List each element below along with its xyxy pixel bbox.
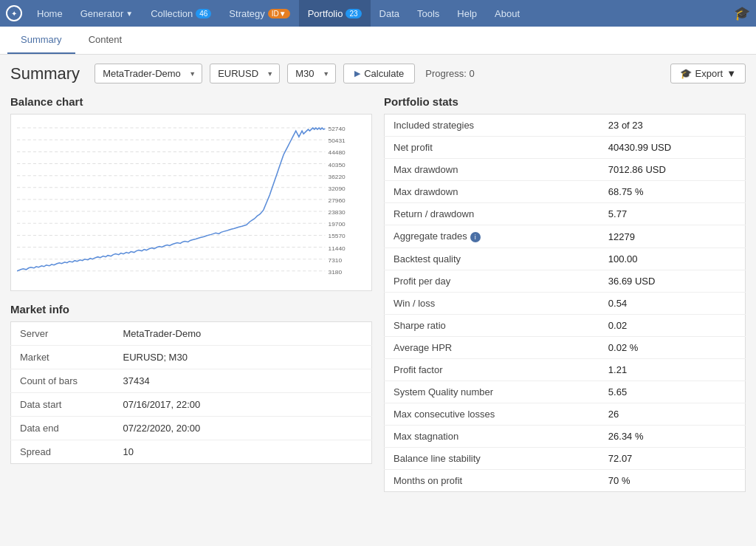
stats-label: Net profit <box>385 137 599 159</box>
stats-value: 70 % <box>599 470 746 492</box>
export-button[interactable]: 🎓 Export ▼ <box>670 64 746 83</box>
market-info-value: 07/22/2020, 20:00 <box>114 417 372 440</box>
stats-row: Included strategies 23 of 23 <box>385 115 746 137</box>
stats-value: 36.69 USD <box>599 270 746 293</box>
market-info-row: Data start 07/16/2017, 22:00 <box>11 393 372 417</box>
svg-text:23830: 23830 <box>329 209 346 216</box>
svg-text:3180: 3180 <box>329 269 343 276</box>
summary-toolbar: Summary MetaTrader-Demo EURUSD M30 ▶ Cal… <box>10 64 746 83</box>
stats-label: Profit per day <box>385 270 599 293</box>
left-column: Balance chart <box>10 95 372 492</box>
nav-about[interactable]: About <box>486 0 529 27</box>
stats-value: 5.65 <box>599 381 746 403</box>
stats-value: 1.21 <box>599 359 746 381</box>
market-info-label: Market <box>11 346 114 369</box>
svg-text:7310: 7310 <box>329 257 343 264</box>
timeframe-select[interactable]: M30 <box>287 64 336 83</box>
market-info-label: Data start <box>11 393 114 417</box>
market-info-label: Spread <box>11 440 114 464</box>
nav-generator[interactable]: Generator ▼ <box>72 0 142 27</box>
stats-row: Win / loss 0.54 <box>385 293 746 315</box>
nav-collection[interactable]: Collection 46 <box>142 0 220 27</box>
stats-value: 68.75 % <box>599 181 746 203</box>
market-info-row: Server MetaTrader-Demo <box>11 322 372 346</box>
stats-value: 0.54 <box>599 293 746 315</box>
stats-label: Return / drawdown <box>385 203 599 225</box>
timeframe-select-wrap[interactable]: M30 <box>287 64 336 83</box>
broker-select[interactable]: MetaTrader-Demo <box>94 64 202 83</box>
svg-text:32090: 32090 <box>329 185 346 192</box>
market-info-row: Market EURUSD; M30 <box>11 346 372 369</box>
market-info-row: Spread 10 <box>11 440 372 464</box>
stats-label: Average HPR <box>385 337 599 359</box>
broker-select-wrap[interactable]: MetaTrader-Demo <box>94 64 202 83</box>
portfolio-stats-title: Portfolio stats <box>384 95 746 108</box>
market-info-value: 10 <box>114 440 372 464</box>
balance-chart-svg: 52740 50431 44480 40350 36220 32090 2796… <box>17 120 371 284</box>
stats-row: Balance line stability 72.07 <box>385 448 746 470</box>
svg-text:40350: 40350 <box>329 162 346 168</box>
market-info-label: Data end <box>11 417 114 440</box>
stats-row: Average HPR 0.02 % <box>385 337 746 359</box>
svg-text:27960: 27960 <box>329 197 346 204</box>
stats-row: Max drawdown 7012.86 USD <box>385 159 746 181</box>
stats-value: 5.77 <box>599 203 746 225</box>
symbol-select[interactable]: EURUSD <box>210 64 280 83</box>
stats-value: 7012.86 USD <box>599 159 746 181</box>
export-arrow-icon: ▼ <box>726 68 736 79</box>
stats-row: Max stagnation 26.34 % <box>385 426 746 448</box>
balance-chart: 52740 50431 44480 40350 36220 32090 2796… <box>10 114 372 291</box>
nav-tools[interactable]: Tools <box>408 0 448 27</box>
stats-label: Win / loss <box>385 293 599 315</box>
stats-value: 26.34 % <box>599 426 746 448</box>
stats-row: Return / drawdown 5.77 <box>385 203 746 225</box>
stats-value: 0.02 % <box>599 337 746 359</box>
stats-value: 23 of 23 <box>599 115 746 137</box>
stats-label: Profit factor <box>385 359 599 381</box>
tab-content[interactable]: Content <box>75 27 136 54</box>
right-column: Portfolio stats Included strategies 23 o… <box>384 95 746 492</box>
calculate-button[interactable]: ▶ Calculate <box>343 64 415 83</box>
stats-label: Max stagnation <box>385 426 599 448</box>
graduation-icon: 🎓 <box>734 5 750 21</box>
stats-row: Profit per day 36.69 USD <box>385 270 746 293</box>
play-icon: ▶ <box>354 69 360 78</box>
info-icon[interactable]: i <box>470 232 481 242</box>
market-info-label: Server <box>11 322 114 346</box>
market-info-value: EURUSD; M30 <box>114 346 372 369</box>
market-info-row: Data end 07/22/2020, 20:00 <box>11 417 372 440</box>
stats-value: 100.00 <box>599 248 746 270</box>
nav-strategy[interactable]: Strategy ID▼ <box>220 0 298 27</box>
svg-text:11440: 11440 <box>329 245 346 252</box>
stats-label: Aggregate tradesi <box>385 225 599 248</box>
stats-label: Max consecutive losses <box>385 403 599 426</box>
stats-row: Months on profit 70 % <box>385 470 746 492</box>
portfolio-stats-table: Included strategies 23 of 23 Net profit … <box>384 114 746 492</box>
progress-text: Progress: 0 <box>425 68 474 79</box>
nav-portfolio[interactable]: Portfolio 23 <box>299 0 371 27</box>
export-icon: 🎓 <box>680 68 692 79</box>
stats-row: Profit factor 1.21 <box>385 359 746 381</box>
stats-value: 72.07 <box>599 448 746 470</box>
svg-text:19700: 19700 <box>329 221 346 228</box>
svg-text:15570: 15570 <box>329 233 346 240</box>
symbol-select-wrap[interactable]: EURUSD <box>210 64 280 83</box>
stats-label: Max drawdown <box>385 181 599 203</box>
stats-label: Backtest quality <box>385 248 599 270</box>
nav-help[interactable]: Help <box>448 0 486 27</box>
balance-chart-title: Balance chart <box>10 95 372 108</box>
market-info-label: Count of bars <box>11 369 114 393</box>
market-info-value: 07/16/2017, 22:00 <box>114 393 372 417</box>
svg-text:50431: 50431 <box>329 137 346 144</box>
nav-data[interactable]: Data <box>371 0 408 27</box>
stats-value: 12279 <box>599 225 746 248</box>
stats-row: Max drawdown 68.75 % <box>385 181 746 203</box>
tab-summary[interactable]: Summary <box>7 27 75 54</box>
strategy-badge: ID▼ <box>268 9 290 18</box>
stats-label: Sharpe ratio <box>385 315 599 337</box>
nav-home[interactable]: Home <box>28 0 72 27</box>
portfolio-badge: 23 <box>346 9 361 18</box>
stats-row: Max consecutive losses 26 <box>385 403 746 426</box>
content-columns: Balance chart <box>10 95 746 492</box>
app-logo: ✦ <box>6 5 22 21</box>
